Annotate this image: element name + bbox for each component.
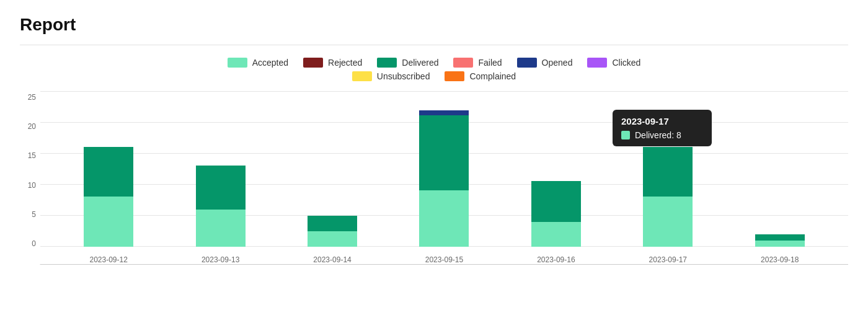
y-label: 5 xyxy=(20,211,40,218)
bar-stack xyxy=(308,216,357,247)
bar-segment-delivered xyxy=(84,147,133,197)
bar-segment-accepted xyxy=(755,241,805,247)
legend-label-clicked: Clicked xyxy=(612,58,640,68)
bar-segment-delivered xyxy=(643,147,693,197)
legend-item-failed: Failed xyxy=(453,58,502,68)
x-label: 2023-09-15 xyxy=(419,255,469,264)
legend-item-unsubscribed: Unsubscribed xyxy=(352,71,430,81)
bar-stack xyxy=(196,166,246,247)
bar-group[interactable] xyxy=(196,166,246,247)
chart-area: 0510152025 2023-09-122023-09-132023-09-1… xyxy=(20,91,848,265)
legend-item-opened: Opened xyxy=(517,58,573,68)
x-label: 2023-09-14 xyxy=(308,255,357,264)
bar-segment-delivered xyxy=(196,166,246,210)
bar-segment-accepted xyxy=(531,222,581,247)
legend-swatch-unsubscribed xyxy=(352,71,372,81)
bar-stack xyxy=(419,110,469,247)
bar-stack xyxy=(643,147,693,247)
page-title: Report xyxy=(20,15,848,35)
bar-segment-delivered xyxy=(419,115,469,190)
bar-segment-accepted xyxy=(196,210,246,247)
x-label: 2023-09-13 xyxy=(196,255,246,264)
x-label: 2023-09-18 xyxy=(755,255,805,264)
bar-group[interactable] xyxy=(755,234,805,247)
y-label: 0 xyxy=(20,240,40,247)
legend-item-rejected: Rejected xyxy=(303,58,362,68)
title-divider xyxy=(20,45,848,45)
x-label: 2023-09-12 xyxy=(84,255,133,264)
bar-stack xyxy=(755,234,805,247)
chart-body: 2023-09-122023-09-132023-09-142023-09-15… xyxy=(40,91,848,265)
legend-swatch-accepted xyxy=(228,58,247,68)
legend-row-1: AcceptedRejectedDeliveredFailedOpenedCli… xyxy=(20,58,848,68)
bar-segment-accepted xyxy=(308,231,357,247)
legend-label-complained: Complained xyxy=(469,71,516,81)
legend-item-clicked: Clicked xyxy=(587,58,640,68)
legend-label-accepted: Accepted xyxy=(252,58,288,68)
bar-group[interactable] xyxy=(419,110,469,247)
bar-stack xyxy=(84,147,133,247)
y-label: 15 xyxy=(20,152,40,159)
bar-group[interactable] xyxy=(531,181,581,247)
bar-segment-accepted xyxy=(419,190,469,247)
bar-segment-delivered xyxy=(755,234,805,241)
legend-row-2: UnsubscribedComplained xyxy=(20,71,848,81)
y-label: 10 xyxy=(20,182,40,189)
x-labels: 2023-09-122023-09-132023-09-142023-09-15… xyxy=(40,255,848,264)
bar-group[interactable] xyxy=(84,147,133,247)
bars-row xyxy=(40,91,848,247)
chart-legend: AcceptedRejectedDeliveredFailedOpenedCli… xyxy=(20,58,848,81)
bar-stack xyxy=(531,181,581,247)
bar-segment-opened xyxy=(419,110,469,115)
legend-swatch-failed xyxy=(453,58,473,68)
legend-item-complained: Complained xyxy=(445,71,516,81)
bar-segment-delivered xyxy=(308,216,357,231)
legend-label-opened: Opened xyxy=(542,58,573,68)
legend-swatch-complained xyxy=(445,71,464,81)
legend-swatch-opened xyxy=(517,58,537,68)
bar-segment-accepted xyxy=(643,197,693,247)
x-label: 2023-09-16 xyxy=(531,255,581,264)
bar-segment-delivered xyxy=(531,181,581,222)
legend-swatch-delivered xyxy=(377,58,397,68)
bar-group[interactable] xyxy=(643,147,693,247)
y-label: 20 xyxy=(20,123,40,130)
y-axis: 0510152025 xyxy=(20,91,40,265)
legend-label-failed: Failed xyxy=(478,58,502,68)
legend-swatch-rejected xyxy=(303,58,323,68)
legend-label-delivered: Delivered xyxy=(402,58,438,68)
bar-segment-accepted xyxy=(84,197,133,247)
legend-swatch-clicked xyxy=(587,58,607,68)
legend-label-unsubscribed: Unsubscribed xyxy=(377,71,430,81)
y-label: 25 xyxy=(20,94,40,101)
legend-label-rejected: Rejected xyxy=(328,58,362,68)
legend-item-delivered: Delivered xyxy=(377,58,438,68)
x-label: 2023-09-17 xyxy=(643,255,693,264)
bar-group[interactable] xyxy=(308,216,357,247)
legend-item-accepted: Accepted xyxy=(228,58,288,68)
